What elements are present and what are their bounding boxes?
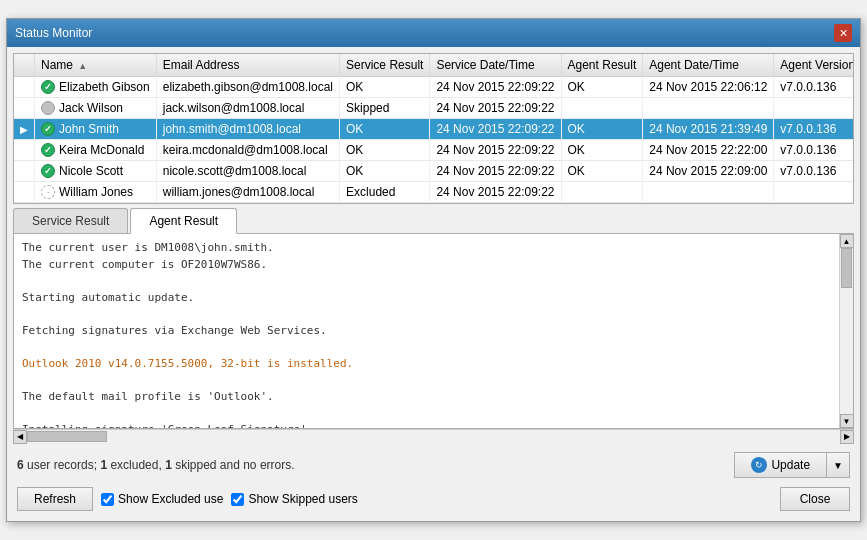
col-header-agentresult[interactable]: Agent Result bbox=[561, 54, 643, 77]
row-arrow bbox=[14, 98, 35, 119]
scrollbar-left-button[interactable]: ◀ bbox=[13, 430, 27, 444]
title-bar: Status Monitor ✕ bbox=[7, 19, 860, 47]
row-arrow bbox=[14, 161, 35, 182]
row-email: jack.wilson@dm1008.local bbox=[156, 98, 339, 119]
status-icon: ··· bbox=[41, 185, 55, 199]
row-email: keira.mcdonald@dm1008.local bbox=[156, 140, 339, 161]
col-header-agentdatetime[interactable]: Agent Date/Time bbox=[643, 54, 774, 77]
row-agentdatetime bbox=[643, 182, 774, 203]
log-area[interactable]: The current user is DM1008\john.smith.Th… bbox=[14, 234, 839, 428]
log-line bbox=[22, 372, 831, 389]
row-name-text: William Jones bbox=[59, 185, 133, 199]
table-body: ✓Elizabeth Gibsonelizabeth.gibson@dm1008… bbox=[14, 77, 854, 203]
row-agentver: v7.0.0.136 bbox=[774, 161, 854, 182]
main-window: Status Monitor ✕ Name ▲ Email Address Se… bbox=[6, 18, 861, 522]
col-header-arrow bbox=[14, 54, 35, 77]
tab-agent-result[interactable]: Agent Result bbox=[130, 208, 237, 234]
row-name-text: Keira McDonald bbox=[59, 143, 144, 157]
status-icon bbox=[41, 101, 55, 115]
sort-indicator: ▲ bbox=[78, 61, 87, 71]
scrollbar-up-button[interactable]: ▲ bbox=[840, 234, 854, 248]
status-icon: ✓ bbox=[41, 143, 55, 157]
scrollbar-h-track[interactable] bbox=[27, 430, 840, 443]
status-icon: ✓ bbox=[41, 164, 55, 178]
table-row[interactable]: ···William Joneswilliam.jones@dm1008.loc… bbox=[14, 182, 854, 203]
log-line: Installing signature 'Green Leaf Signatu… bbox=[22, 422, 831, 429]
status-icon: ✓ bbox=[41, 122, 55, 136]
row-agentdatetime: 24 Nov 2015 21:39:49 bbox=[643, 119, 774, 140]
row-name-text: John Smith bbox=[59, 122, 119, 136]
log-line: Starting automatic update. bbox=[22, 290, 831, 307]
col-header-svcdatetime[interactable]: Service Date/Time bbox=[430, 54, 561, 77]
col-header-agentver[interactable]: Agent Version bbox=[774, 54, 854, 77]
status-bar: 6 user records; 1 excluded, 1 skipped an… bbox=[13, 447, 854, 483]
users-table: Name ▲ Email Address Service Result Serv… bbox=[14, 54, 854, 203]
row-name-text: Jack Wilson bbox=[59, 101, 123, 115]
status-text: 6 user records; 1 excluded, 1 skipped an… bbox=[17, 458, 295, 472]
update-icon: ↻ bbox=[751, 457, 767, 473]
scrollbar-thumb[interactable] bbox=[841, 248, 852, 288]
col-header-name[interactable]: Name ▲ bbox=[35, 54, 157, 77]
row-agentresult: OK bbox=[561, 119, 643, 140]
window-body: Name ▲ Email Address Service Result Serv… bbox=[7, 47, 860, 521]
vertical-scrollbar[interactable]: ▲ ▼ bbox=[839, 234, 853, 428]
row-svcresult: Excluded bbox=[340, 182, 430, 203]
tabs-area: Service Result Agent Result The current … bbox=[13, 208, 854, 443]
row-name: ···William Jones bbox=[35, 182, 157, 203]
horizontal-scrollbar[interactable]: ◀ ▶ bbox=[13, 429, 854, 443]
show-skipped-label[interactable]: Show Skipped users bbox=[231, 492, 357, 506]
log-line bbox=[22, 306, 831, 323]
row-email: john.smith@dm1008.local bbox=[156, 119, 339, 140]
row-svcdatetime: 24 Nov 2015 22:09:22 bbox=[430, 119, 561, 140]
row-agentdatetime bbox=[643, 98, 774, 119]
show-excluded-label[interactable]: Show Excluded use bbox=[101, 492, 223, 506]
update-dropdown-button[interactable]: ▼ bbox=[826, 452, 850, 478]
row-agentresult: OK bbox=[561, 77, 643, 98]
log-line: The current computer is OF2010W7WS86. bbox=[22, 257, 831, 274]
row-name: ✓Nicole Scott bbox=[35, 161, 157, 182]
row-svcdatetime: 24 Nov 2015 22:09:22 bbox=[430, 140, 561, 161]
row-arrow: ▶ bbox=[14, 119, 35, 140]
row-name: ✓Keira McDonald bbox=[35, 140, 157, 161]
row-name: Jack Wilson bbox=[35, 98, 157, 119]
tabs-header: Service Result Agent Result bbox=[13, 208, 854, 234]
row-agentver: v7.0.0.136 bbox=[774, 119, 854, 140]
row-email: nicole.scott@dm1008.local bbox=[156, 161, 339, 182]
table-row[interactable]: Jack Wilsonjack.wilson@dm1008.localSkipp… bbox=[14, 98, 854, 119]
tab-service-result[interactable]: Service Result bbox=[13, 208, 128, 233]
row-svcresult: OK bbox=[340, 161, 430, 182]
table-row[interactable]: ✓Keira McDonaldkeira.mcdonald@dm1008.loc… bbox=[14, 140, 854, 161]
row-arrow bbox=[14, 182, 35, 203]
scrollbar-right-button[interactable]: ▶ bbox=[840, 430, 854, 444]
log-line: The current user is DM1008\john.smith. bbox=[22, 240, 831, 257]
tab-content: The current user is DM1008\john.smith.Th… bbox=[13, 234, 854, 429]
row-email: elizabeth.gibson@dm1008.local bbox=[156, 77, 339, 98]
table-row[interactable]: ▶✓John Smithjohn.smith@dm1008.localOK24 … bbox=[14, 119, 854, 140]
row-agentresult: OK bbox=[561, 140, 643, 161]
table-row[interactable]: ✓Nicole Scottnicole.scott@dm1008.localOK… bbox=[14, 161, 854, 182]
row-name: ✓John Smith bbox=[35, 119, 157, 140]
row-name: ✓Elizabeth Gibson bbox=[35, 77, 157, 98]
scrollbar-h-thumb[interactable] bbox=[27, 431, 107, 442]
row-agentresult: OK bbox=[561, 161, 643, 182]
show-skipped-checkbox[interactable] bbox=[231, 493, 244, 506]
window-close-button[interactable]: ✕ bbox=[834, 24, 852, 42]
row-name-text: Elizabeth Gibson bbox=[59, 80, 150, 94]
row-name-text: Nicole Scott bbox=[59, 164, 123, 178]
col-header-svcresult[interactable]: Service Result bbox=[340, 54, 430, 77]
row-arrow bbox=[14, 140, 35, 161]
row-agentresult bbox=[561, 98, 643, 119]
row-svcdatetime: 24 Nov 2015 22:09:22 bbox=[430, 77, 561, 98]
footer-bar: Refresh Show Excluded use Show Skipped u… bbox=[13, 483, 854, 515]
close-button[interactable]: Close bbox=[780, 487, 850, 511]
log-line bbox=[22, 273, 831, 290]
table-row[interactable]: ✓Elizabeth Gibsonelizabeth.gibson@dm1008… bbox=[14, 77, 854, 98]
scrollbar-down-button[interactable]: ▼ bbox=[840, 414, 854, 428]
scrollbar-track[interactable] bbox=[840, 248, 853, 414]
show-excluded-checkbox[interactable] bbox=[101, 493, 114, 506]
refresh-button[interactable]: Refresh bbox=[17, 487, 93, 511]
row-svcresult: OK bbox=[340, 140, 430, 161]
col-header-email[interactable]: Email Address bbox=[156, 54, 339, 77]
window-title: Status Monitor bbox=[15, 26, 92, 40]
update-button[interactable]: ↻ Update bbox=[734, 452, 826, 478]
